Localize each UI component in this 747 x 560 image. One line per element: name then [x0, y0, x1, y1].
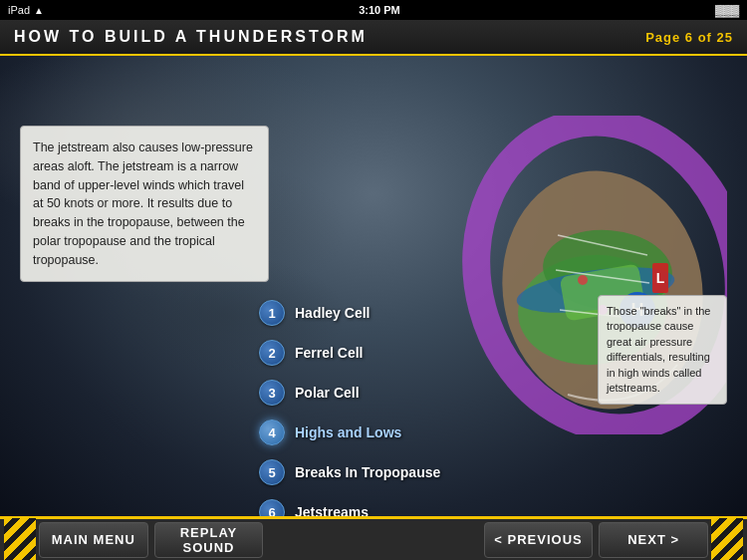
- menu-number-4: 5: [259, 459, 285, 485]
- menu-list: 1Hadley Cell2Ferrel Cell3Polar Cell4High…: [259, 300, 440, 516]
- menu-label-3: Highs and Lows: [295, 424, 401, 440]
- menu-item-1[interactable]: 2Ferrel Cell: [259, 340, 440, 366]
- menu-item-5[interactable]: 6Jetstreams: [259, 499, 440, 516]
- battery-icon: ▓▓▓: [715, 4, 739, 16]
- menu-label-0: Hadley Cell: [295, 305, 370, 321]
- menu-number-0: 1: [259, 300, 285, 326]
- menu-item-0[interactable]: 1Hadley Cell: [259, 300, 440, 326]
- callout-text: Those "breaks" in the tropopause cause g…: [607, 305, 710, 394]
- replay-sound-button[interactable]: Replay Sound: [154, 522, 264, 558]
- previous-button[interactable]: < Previous: [484, 522, 594, 558]
- menu-label-1: Ferrel Cell: [295, 345, 363, 361]
- status-bar: iPad ▲ 3:10 PM ▓▓▓: [0, 0, 747, 20]
- main-menu-button[interactable]: Main Menu: [39, 522, 148, 558]
- device-label: iPad: [8, 4, 30, 16]
- menu-label-4: Breaks In Tropopause: [295, 464, 440, 480]
- toolbar: Main Menu Replay Sound < Previous Next >: [0, 516, 747, 560]
- app-title: How To Build A Thunderstorm: [14, 28, 368, 46]
- hazard-stripe-left: [4, 518, 36, 561]
- info-box: The jetstream also causes low-pressure a…: [20, 126, 269, 282]
- menu-number-3: 4: [259, 420, 285, 445]
- callout-box: Those "breaks" in the tropopause cause g…: [598, 295, 727, 405]
- menu-item-4[interactable]: 5Breaks In Tropopause: [259, 459, 440, 485]
- title-bar: How To Build A Thunderstorm Page 6 of 25: [0, 20, 747, 56]
- menu-item-3[interactable]: 4Highs and Lows: [259, 420, 440, 445]
- svg-text:L: L: [656, 270, 665, 286]
- menu-number-2: 3: [259, 380, 285, 406]
- hazard-stripe-right: [711, 518, 743, 561]
- menu-label-5: Jetstreams: [295, 504, 369, 516]
- next-button[interactable]: Next >: [599, 522, 708, 558]
- info-text: The jetstream also causes low-pressure a…: [33, 140, 253, 267]
- menu-number-5: 6: [259, 499, 285, 516]
- svg-point-13: [578, 275, 588, 285]
- menu-item-2[interactable]: 3Polar Cell: [259, 380, 440, 406]
- wifi-icon: ▲: [34, 5, 44, 16]
- clock: 3:10 PM: [359, 4, 400, 16]
- menu-number-1: 2: [259, 340, 285, 366]
- menu-label-2: Polar Cell: [295, 385, 360, 401]
- background: The jetstream also causes low-pressure a…: [0, 56, 747, 516]
- page-info: Page 6 of 25: [645, 30, 733, 45]
